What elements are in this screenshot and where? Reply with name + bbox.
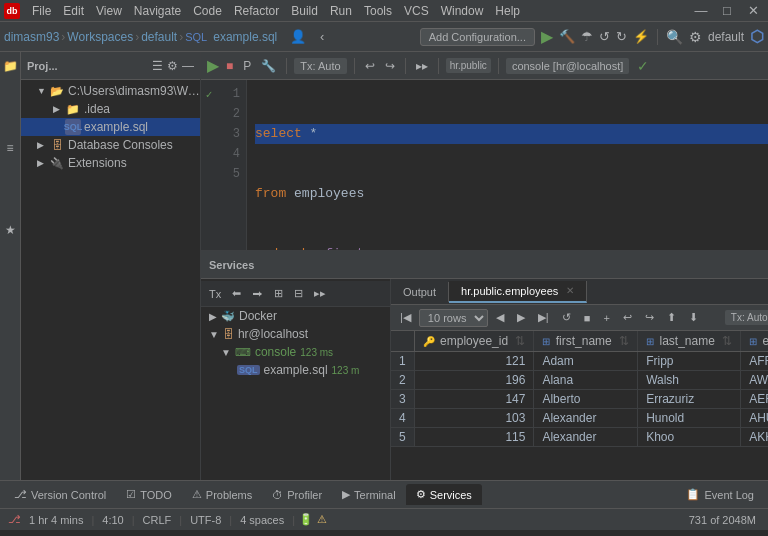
- menu-help[interactable]: Help: [489, 2, 526, 20]
- conn-label[interactable]: console [hr@localhost]: [506, 58, 629, 74]
- table-row[interactable]: 2 196 Alana Walsh AWALSH 65: [391, 371, 768, 390]
- settings-btn[interactable]: ⚙: [689, 29, 702, 45]
- editor-more-btn[interactable]: ▸▸: [413, 57, 431, 75]
- project-close-icon[interactable]: —: [182, 59, 194, 73]
- user-icon[interactable]: 👤: [287, 26, 309, 48]
- svc-filter-btn[interactable]: ⊟: [290, 285, 307, 302]
- sidebar-favorites-icon[interactable]: ★: [0, 220, 20, 240]
- menu-tools[interactable]: Tools: [358, 2, 398, 20]
- build-btn[interactable]: 🔨: [559, 29, 575, 44]
- editor-profile-btn[interactable]: P: [240, 57, 254, 75]
- tx-auto-label[interactable]: Tx: Auto: [294, 58, 346, 74]
- breadcrumb-default[interactable]: default: [141, 30, 177, 44]
- tree-extensions[interactable]: ▶ 🔌 Extensions: [21, 154, 200, 172]
- close-btn[interactable]: ✕: [742, 0, 764, 22]
- menu-view[interactable]: View: [90, 2, 128, 20]
- tab-profiler[interactable]: ⏱ Profiler: [262, 485, 332, 505]
- table-row[interactable]: 5 115 Alexander Khoo AKHOO 5:: [391, 428, 768, 447]
- tab-todo[interactable]: ☑ TODO: [116, 484, 182, 505]
- minimize-btn[interactable]: —: [690, 0, 712, 22]
- col-header-employee-id[interactable]: 🔑 employee_id ⇅: [414, 331, 534, 352]
- tab-event-log[interactable]: 📋 Event Log: [676, 484, 764, 505]
- svc-align-left-btn[interactable]: ⬅: [228, 285, 245, 302]
- refresh-btn[interactable]: ↺: [557, 308, 576, 327]
- add-row-btn[interactable]: +: [598, 309, 614, 327]
- col-header-last-name[interactable]: ⊞ last_name ⇅: [638, 331, 741, 352]
- search-btn[interactable]: 🔍: [666, 29, 683, 45]
- breadcrumb-file[interactable]: example.sql: [213, 30, 277, 44]
- menu-navigate[interactable]: Navigate: [128, 2, 187, 20]
- menu-file[interactable]: File: [26, 2, 57, 20]
- svc-layout-btn[interactable]: ⊞: [270, 285, 287, 302]
- add-config-button[interactable]: Add Configuration...: [420, 28, 535, 46]
- breadcrumb-user[interactable]: dimasm93: [4, 30, 59, 44]
- run-button[interactable]: ▶: [541, 27, 553, 46]
- tab-services[interactable]: ⚙ Services: [406, 484, 482, 505]
- maximize-btn[interactable]: □: [716, 0, 738, 22]
- menu-refactor[interactable]: Refactor: [228, 2, 285, 20]
- project-settings-icon[interactable]: ⚙: [167, 59, 178, 73]
- close-tab-btn[interactable]: ✕: [566, 285, 574, 296]
- results-tx-label[interactable]: Tx: Auto: [725, 310, 768, 325]
- undo-btn[interactable]: ↩: [618, 308, 637, 327]
- editor-wrench-btn[interactable]: 🔧: [258, 57, 279, 75]
- status-time[interactable]: 1 hr 4 mins: [25, 514, 87, 526]
- tab-problems[interactable]: ⚠ Problems: [182, 484, 262, 505]
- menu-build[interactable]: Build: [285, 2, 324, 20]
- tree-root[interactable]: ▼ 📂 C:\Users\dimasm93\Worksp...: [21, 82, 200, 100]
- editor-stop-btn[interactable]: ■: [223, 57, 236, 75]
- svc-console[interactable]: ▼ ⌨ console 123 ms: [201, 343, 390, 361]
- table-row[interactable]: 4 103 Alexander Hunold AHUNOLD 5°: [391, 409, 768, 428]
- svc-more-btn[interactable]: ▸▸: [310, 285, 330, 302]
- table-row[interactable]: 1 121 Adam Fripp AFRIPP 65: [391, 352, 768, 371]
- prev-page-btn[interactable]: ◀: [491, 308, 509, 327]
- editor-run-btn[interactable]: ▶: [207, 56, 219, 75]
- svc-example-sql[interactable]: SQL example.sql 123 m: [201, 361, 390, 379]
- table-row[interactable]: 3 147 Alberto Errazuriz AERRAZUR 0:: [391, 390, 768, 409]
- tree-idea[interactable]: ▶ 📁 .idea: [21, 100, 200, 118]
- editor-redo-btn[interactable]: ↪: [382, 57, 398, 75]
- svc-tx-label[interactable]: Tx: [205, 286, 225, 302]
- svc-align-right-btn[interactable]: ⮕: [248, 286, 267, 302]
- stop-btn[interactable]: ■: [579, 309, 596, 327]
- tab-terminal[interactable]: ▶ Terminal: [332, 484, 406, 505]
- col-header-first-name[interactable]: ⊞ first_name ⇅: [534, 331, 638, 352]
- reload2-btn[interactable]: ↻: [616, 29, 627, 44]
- revert-btn[interactable]: ⬇: [684, 308, 703, 327]
- schema-label[interactable]: hr.public: [446, 58, 491, 73]
- status-encoding[interactable]: UTF-8: [186, 514, 225, 526]
- sidebar-structure-icon[interactable]: ≡: [0, 138, 20, 158]
- menu-window[interactable]: Window: [435, 2, 490, 20]
- code-editor[interactable]: ✓ 1 2 3 4 5 select * from employees orde…: [201, 80, 768, 250]
- svc-hr-localhost[interactable]: ▼ 🗄 hr@localhost: [201, 325, 390, 343]
- status-crlf[interactable]: CRLF: [139, 514, 176, 526]
- menu-run[interactable]: Run: [324, 2, 358, 20]
- svc-docker[interactable]: ▶ 🐳 Docker: [201, 307, 390, 325]
- tab-version-control[interactable]: ⎇ Version Control: [4, 484, 116, 505]
- reload-btn[interactable]: ↺: [599, 29, 610, 44]
- sidebar-project-icon[interactable]: 📁: [0, 56, 20, 76]
- menu-code[interactable]: Code: [187, 2, 228, 20]
- tab-output[interactable]: Output: [391, 282, 449, 302]
- breadcrumb-workspaces[interactable]: Workspaces: [67, 30, 133, 44]
- status-indent[interactable]: 4 spaces: [236, 514, 288, 526]
- code-content[interactable]: select * from employees order by first_n…: [247, 80, 768, 250]
- coverage-btn[interactable]: ☂: [581, 29, 593, 44]
- submit-btn[interactable]: ⬆: [662, 308, 681, 327]
- editor-undo-btn[interactable]: ↩: [362, 57, 378, 75]
- menu-vcs[interactable]: VCS: [398, 2, 435, 20]
- first-page-btn[interactable]: |◀: [395, 308, 416, 327]
- last-page-btn[interactable]: ▶|: [533, 308, 554, 327]
- tree-example-sql[interactable]: ▶ SQL example.sql: [21, 118, 200, 136]
- status-position[interactable]: 731 of 2048M: [685, 514, 760, 526]
- menu-edit[interactable]: Edit: [57, 2, 90, 20]
- next-page-btn[interactable]: ▶: [512, 308, 530, 327]
- status-line-col[interactable]: 4:10: [98, 514, 127, 526]
- col-header-email[interactable]: ⊞ email ⇅: [741, 331, 768, 352]
- tab-hr-employees[interactable]: hr.public.employees ✕: [449, 281, 587, 303]
- back-btn[interactable]: ‹: [311, 26, 333, 48]
- redo-btn[interactable]: ↪: [640, 308, 659, 327]
- project-menu-icon[interactable]: ☰: [152, 59, 163, 73]
- rows-select[interactable]: 10 rows 20 rows 50 rows: [419, 309, 488, 327]
- tree-db-consoles[interactable]: ▶ 🗄 Database Consoles: [21, 136, 200, 154]
